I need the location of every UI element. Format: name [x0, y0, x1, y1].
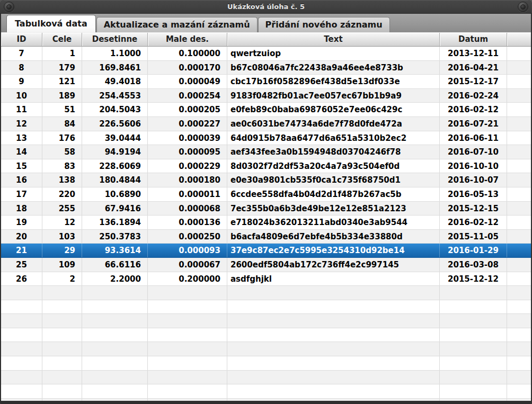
- column-header-text[interactable]: Text: [227, 33, 440, 47]
- cell-id: 7: [1, 47, 42, 60]
- cell-filler: [507, 117, 531, 131]
- cell-id: 18: [1, 202, 42, 216]
- cell-filler: [507, 47, 531, 60]
- tab-pridani-noveho-zaznamu[interactable]: Přidání nového záznamu: [258, 17, 390, 32]
- cell-filler: [507, 216, 531, 229]
- cell-male-des: [148, 356, 227, 370]
- table-row-17[interactable]: 1722010.68900.0000116ccdee558dfa4b04d2d1…: [1, 187, 531, 202]
- cell-cele: 84: [42, 117, 82, 131]
- cell-datum: 2016-01-29: [440, 244, 507, 257]
- cell-datum: [440, 384, 507, 398]
- cell-id: 10: [1, 89, 42, 103]
- table-row-20[interactable]: 20103250.37830.000250b6acfa4809e6d7ebfe4…: [1, 230, 531, 244]
- cell-id: 26: [1, 272, 42, 286]
- table-row-empty: [1, 328, 531, 343]
- table-row-15[interactable]: 1583228.60690.0002298d0302f7d2df53a20c4a…: [1, 159, 531, 174]
- cell-male-des: 0.000170: [148, 61, 227, 75]
- cell-id: 21: [1, 244, 42, 257]
- cell-desetinne: 66.6116: [82, 258, 148, 272]
- window-close-button[interactable]: [518, 2, 528, 12]
- cell-filler: [507, 159, 531, 173]
- cell-filler: [507, 384, 531, 398]
- table-row-empty: [1, 399, 531, 401]
- cell-id: 20: [1, 230, 42, 244]
- table-row-14[interactable]: 145894.91940.000095aef343fee3a0b1594948d…: [1, 145, 531, 159]
- table-row-empty: [1, 300, 531, 315]
- cell-desetinne: 2.2000: [82, 272, 148, 286]
- cell-filler: [507, 356, 531, 370]
- cell-male-des: [148, 371, 227, 384]
- table-row-7[interactable]: 711.10000.100000qwertzuiop2013-12-11: [1, 47, 531, 61]
- cell-desetinne: [82, 384, 148, 398]
- cell-cele: 58: [42, 145, 82, 159]
- table-row-11[interactable]: 1151204.50430.000205e0feb89c0baba6987605…: [1, 103, 531, 117]
- column-header-male-des[interactable]: Male des.: [148, 33, 227, 47]
- cell-text: 64d0915b78aa6477d6a651a5310b2ec2: [227, 131, 440, 145]
- table-row-empty: [1, 371, 531, 385]
- cell-datum: 2016-04-21: [440, 61, 507, 75]
- cell-filler: [507, 103, 531, 116]
- cell-text: [227, 286, 440, 300]
- cell-text: aef343fee3a0b1594948d03704246f78: [227, 145, 440, 159]
- cell-male-des: [148, 300, 227, 314]
- cell-filler: [507, 61, 531, 75]
- table-header: IDCeleDesetinneMale des.TextDatum: [1, 33, 531, 47]
- cell-desetinne: [82, 356, 148, 370]
- cell-male-des: 0.200000: [148, 272, 227, 286]
- tab-tabulkova-data[interactable]: Tabulková data: [6, 15, 96, 32]
- table-row-9[interactable]: 912149.40180.000049cbc17b16f0582896ef438…: [1, 75, 531, 89]
- table-row-19[interactable]: 1912136.18940.000136e718024b362013211abd…: [1, 216, 531, 230]
- cell-text: qwertzuiop: [227, 47, 440, 60]
- table-row-8[interactable]: 8179169.84610.000170b67c08046a7fc22438a9…: [1, 61, 531, 75]
- column-header-cele[interactable]: Cele: [42, 33, 82, 47]
- cell-cele: 179: [42, 61, 82, 75]
- cell-id: 13: [1, 131, 42, 145]
- cell-cele: [42, 356, 82, 370]
- table-row-18[interactable]: 1825567.94160.0000687ec355b0a6b3de49be12…: [1, 202, 531, 216]
- cell-filler: [507, 202, 531, 216]
- column-header-filler: [507, 33, 531, 47]
- cell-datum: [440, 300, 507, 314]
- cell-male-des: 0.000229: [148, 159, 227, 173]
- cell-cele: 51: [42, 103, 82, 116]
- cell-filler: [507, 145, 531, 159]
- cell-filler: [507, 314, 531, 328]
- tab-bar: Tabulková dataAktualizace a mazání zázna…: [1, 14, 531, 33]
- table-row-10[interactable]: 10189254.45530.0002549183f0482fb01ac7ee0…: [1, 89, 531, 103]
- cell-desetinne: 10.6890: [82, 187, 148, 201]
- cell-id: 11: [1, 103, 42, 116]
- cell-cele: 83: [42, 159, 82, 173]
- column-header-datum[interactable]: Datum: [440, 33, 507, 47]
- cell-filler: [507, 244, 531, 257]
- cell-datum: 2016-05-13: [440, 187, 507, 201]
- cell-cele: 103: [42, 230, 82, 244]
- column-header-desetinne[interactable]: Desetinne: [82, 33, 148, 47]
- cell-desetinne: 254.4553: [82, 89, 148, 103]
- cell-desetinne: 94.9194: [82, 145, 148, 159]
- table-row-13[interactable]: 1317639.04440.00003964d0915b78aa6477d6a6…: [1, 131, 531, 146]
- cell-filler: [507, 328, 531, 342]
- cell-male-des: 0.000095: [148, 145, 227, 159]
- table-row-12[interactable]: 1284226.56060.000227ae0c6031be74734a6de7…: [1, 117, 531, 131]
- cell-datum: 2016-02-12: [440, 103, 507, 116]
- cell-cele: 138: [42, 173, 82, 187]
- cell-datum: 2016-06-11: [440, 131, 507, 145]
- cell-cele: 189: [42, 89, 82, 103]
- cell-male-des: 0.000093: [148, 244, 227, 257]
- cell-male-des: [148, 342, 227, 356]
- tab-aktualizace-a-mazani-zaznamu[interactable]: Aktualizace a mazání záznamů: [96, 17, 258, 32]
- table-row-21[interactable]: 212993.36140.00009337e9c87ec2e7c5995e325…: [1, 244, 531, 258]
- cell-desetinne: 169.8461: [82, 61, 148, 75]
- table-row-25[interactable]: 2510966.61160.0000672600edf5804ab172c736…: [1, 258, 531, 272]
- cell-desetinne: [82, 314, 148, 328]
- window-menu-button[interactable]: [4, 2, 14, 12]
- window-title: Ukázková úloha č. 5: [227, 3, 305, 11]
- cell-filler: [507, 286, 531, 300]
- column-header-id[interactable]: ID: [1, 33, 42, 47]
- table-row-26[interactable]: 2622.20000.200000asdfghjkl2015-12-12: [1, 272, 531, 286]
- cell-datum: [440, 314, 507, 328]
- titlebar[interactable]: Ukázková úloha č. 5: [0, 0, 532, 14]
- cell-datum: [440, 342, 507, 356]
- table-row-16[interactable]: 16138180.48440.000180e0e30a9801cb535f0ca…: [1, 173, 531, 187]
- cell-id: [1, 371, 42, 384]
